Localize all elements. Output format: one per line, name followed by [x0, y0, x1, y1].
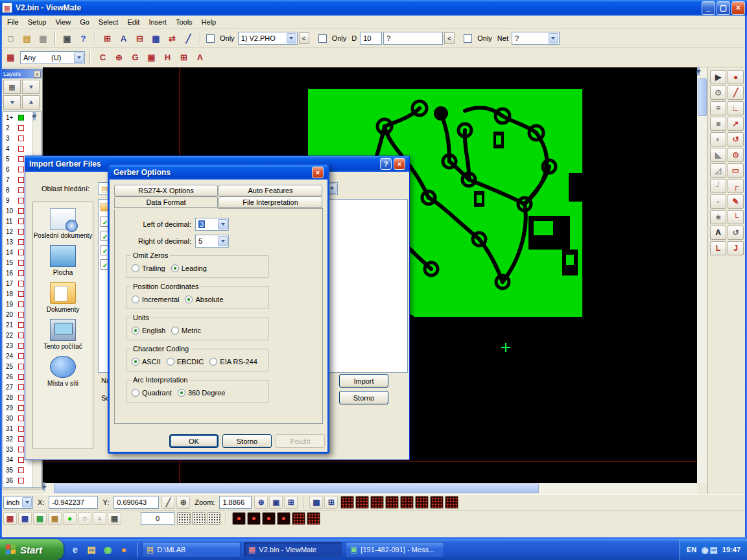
place-dokumenty[interactable]: Dokumenty	[33, 282, 93, 313]
layer-color-chip[interactable]	[18, 291, 24, 297]
layer-color-chip[interactable]	[18, 229, 24, 235]
layer-grid-icon[interactable]: ▦	[3, 51, 18, 65]
radio-option-english[interactable]: English	[132, 327, 165, 334]
unit-combo[interactable]: inch	[3, 496, 33, 509]
place-posledn-dokumenty[interactable]: Poslední dokumenty	[33, 208, 93, 239]
layer-color-chip[interactable]	[18, 125, 24, 131]
language-bar-icon[interactable]: ◉	[701, 545, 708, 555]
radio-button[interactable]	[185, 296, 193, 303]
swap-layers-icon[interactable]: ⇄	[165, 31, 180, 45]
close-icon[interactable]: x	[34, 71, 41, 78]
radio-option-absolute[interactable]: Absolute	[185, 296, 223, 303]
help-icon[interactable]: ?	[380, 158, 392, 170]
layer-stack-tool-icon[interactable]: ≡	[710, 101, 726, 115]
layer-color-chip[interactable]	[18, 270, 24, 276]
layer-color-chip[interactable]	[18, 364, 24, 369]
keyboard-icon[interactable]: ▤	[710, 545, 718, 555]
hook-tool-icon[interactable]: J	[728, 241, 744, 255]
scroll-down-icon[interactable]	[34, 111, 36, 121]
layer-blue-icon[interactable]: ▦	[18, 512, 32, 525]
radio-option-360-degree[interactable]: 360 Degree	[178, 389, 226, 397]
layer-color-chip[interactable]	[18, 322, 24, 328]
film-view-icon-6[interactable]	[415, 496, 429, 509]
text-a-icon[interactable]: A	[193, 51, 208, 65]
apply-button[interactable]: Použít	[276, 434, 325, 448]
select-window-tool-icon[interactable]: ⊙	[710, 86, 726, 100]
radio-button[interactable]	[132, 296, 139, 303]
place-m-sta-v-s-ti[interactable]: Místa v síti	[33, 356, 93, 387]
line-tool-icon[interactable]: ╱	[728, 86, 744, 100]
menu-help[interactable]: Help	[197, 17, 221, 27]
radio-button[interactable]	[171, 264, 179, 272]
radio-option-ebcdic[interactable]: EBCDIC	[167, 358, 204, 366]
right-of-decimal-select[interactable]: 5	[195, 235, 229, 248]
film-small-icon-2[interactable]	[307, 512, 320, 525]
radio-button[interactable]	[209, 358, 217, 366]
layer-color-chip[interactable]	[18, 146, 24, 152]
settings-tool-icon[interactable]: ∗	[710, 210, 726, 224]
tab-data-format[interactable]: Data Format	[114, 196, 218, 208]
radio-option-trailing[interactable]: Trailing	[132, 264, 165, 272]
film-view-icon-2[interactable]	[355, 496, 369, 509]
zoom-all-icon[interactable]: ⊞	[284, 496, 298, 509]
x-coordinate-field[interactable]: -0.942237	[49, 496, 98, 509]
layer-color-chip[interactable]	[18, 177, 24, 183]
layer-color-chip[interactable]	[18, 239, 24, 245]
menu-file[interactable]: File	[3, 17, 23, 27]
horizontal-scroll-thumb[interactable]	[54, 484, 539, 493]
place-plocha[interactable]: Plocha	[33, 245, 93, 276]
radio-option-leading[interactable]: Leading	[171, 264, 207, 272]
left-of-decimal-select[interactable]: 3	[195, 218, 229, 231]
layers-panel-header[interactable]: Layers x	[2, 69, 42, 78]
radio-button[interactable]	[178, 389, 185, 397]
prev-dcode-button[interactable]: <	[444, 32, 455, 44]
pad-view-icon-3[interactable]	[262, 512, 276, 525]
route-tool-icon[interactable]: ┌	[728, 179, 744, 193]
film-view-icon-1[interactable]	[340, 496, 354, 509]
measure-diagonal-icon[interactable]: ╱	[161, 496, 175, 509]
rect-tool-icon[interactable]: ▭	[728, 163, 744, 178]
layer-color-chip[interactable]	[18, 353, 24, 359]
chevron-down-icon[interactable]	[549, 33, 558, 43]
menu-go[interactable]: Go	[75, 17, 94, 27]
scroll-down-icon[interactable]	[698, 67, 700, 76]
layer-color-chip[interactable]	[18, 447, 24, 452]
pad-view-icon-2[interactable]	[247, 512, 261, 525]
square-target-icon[interactable]: ▣	[144, 51, 159, 65]
aperture-list-icon[interactable]: A	[116, 31, 131, 45]
open-folder-icon[interactable]: ▤	[19, 31, 34, 45]
tab-rs274-x-options[interactable]: RS274-X Options	[114, 185, 218, 196]
grid-dots-icon-3[interactable]	[207, 512, 220, 525]
layer-color-chip[interactable]	[18, 395, 24, 401]
tab-file-interpretation[interactable]: File Interpretation	[219, 196, 322, 208]
layer-color-chip[interactable]	[18, 135, 24, 141]
taskbar-button-191-482-091-mess[interactable]: ▣[191-482-091] - Mess...	[346, 542, 444, 557]
restore-button[interactable]: ▢	[717, 1, 730, 15]
layer-color-chip[interactable]	[18, 332, 24, 338]
layer-color-chip[interactable]	[18, 457, 24, 463]
vertical-scrollbar[interactable]	[697, 67, 707, 483]
layer-move-down-button[interactable]	[3, 95, 21, 110]
layer-color-chip[interactable]	[18, 260, 24, 266]
pointer-tool-icon[interactable]: ▶	[710, 70, 726, 84]
layer-color-chip[interactable]	[18, 478, 24, 484]
dcode-value-field[interactable]: 10	[360, 32, 382, 45]
layer-color-chip[interactable]	[18, 250, 24, 255]
radio-button[interactable]	[132, 358, 139, 366]
layer-color-chip[interactable]	[18, 343, 24, 349]
arc-tool-icon[interactable]: ↺	[728, 132, 744, 146]
mirror-tool-icon[interactable]: ◐	[710, 132, 726, 146]
dcode-filter-combo[interactable]: Any (U)	[20, 51, 85, 64]
origin-target-icon[interactable]: ⊕	[176, 496, 190, 509]
scroll-right-icon[interactable]	[44, 482, 45, 491]
ok-button[interactable]: OK	[169, 434, 219, 448]
filled-rect-tool-icon[interactable]: ■	[710, 117, 726, 131]
traffic-light-icon[interactable]: ●	[63, 512, 77, 525]
film-small-icon-1[interactable]	[292, 512, 305, 525]
circle-tool-icon[interactable]: ⊙	[728, 148, 744, 162]
text-tool-icon[interactable]: A	[710, 226, 726, 240]
radio-option-eia-rs-244[interactable]: EIA RS-244	[209, 358, 257, 366]
zoom-in-icon[interactable]: ⊕	[254, 496, 268, 509]
minimize-button[interactable]: _	[702, 1, 715, 15]
grid-dots-icon-1[interactable]	[177, 512, 191, 525]
